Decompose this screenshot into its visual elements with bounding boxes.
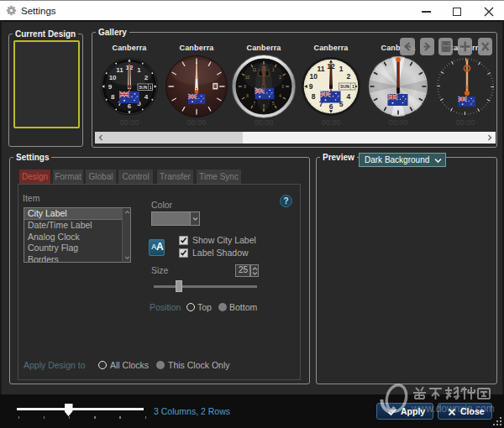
svg-text:2: 2 <box>346 72 350 81</box>
svg-text:1: 1 <box>352 84 354 89</box>
svg-text:2: 2 <box>279 76 281 80</box>
svg-text:10: 10 <box>109 74 117 81</box>
svg-text:5: 5 <box>272 102 275 106</box>
svg-text:1: 1 <box>137 66 141 74</box>
svg-text:11: 11 <box>318 65 325 73</box>
svg-text:10: 10 <box>245 76 250 80</box>
svg-text:7: 7 <box>254 102 256 106</box>
svg-text:4: 4 <box>279 94 281 98</box>
svg-text:10: 10 <box>309 72 318 81</box>
svg-text:6: 6 <box>128 102 132 110</box>
svg-text:SUN: SUN <box>340 84 349 89</box>
svg-text:6: 6 <box>263 104 265 108</box>
svg-text:1: 1 <box>339 65 344 73</box>
svg-text:1: 1 <box>272 68 275 72</box>
svg-text:8: 8 <box>111 93 115 101</box>
svg-text:9: 9 <box>309 82 313 91</box>
svg-text:8: 8 <box>246 94 249 98</box>
svg-text:2: 2 <box>144 74 149 81</box>
svg-text:SUN: SUN <box>139 86 148 90</box>
svg-text:11: 11 <box>252 68 256 72</box>
svg-text:9: 9 <box>108 83 113 91</box>
svg-text:6: 6 <box>329 102 333 111</box>
svg-text:4: 4 <box>346 92 350 101</box>
svg-text:1: 1 <box>150 86 152 90</box>
svg-text:9: 9 <box>244 85 246 89</box>
svg-text:4: 4 <box>144 93 149 101</box>
svg-text:8: 8 <box>312 92 316 101</box>
svg-text:3: 3 <box>281 85 284 89</box>
svg-text:11: 11 <box>116 66 123 74</box>
